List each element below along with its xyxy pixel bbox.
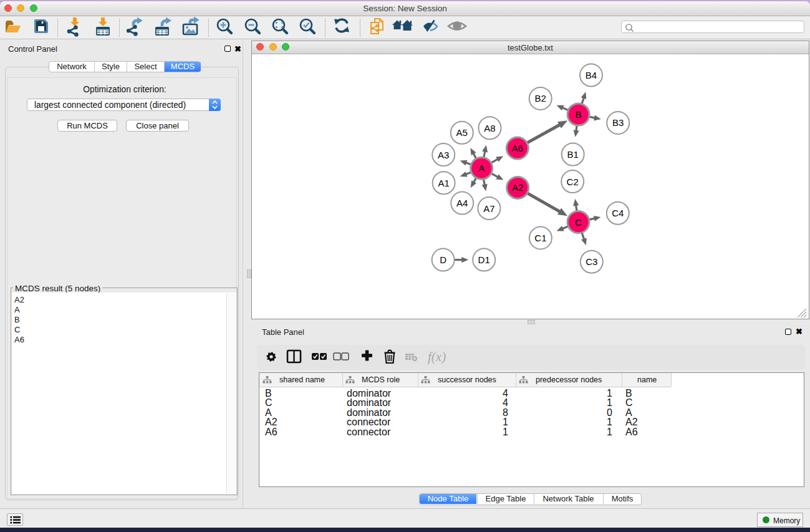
svg-text:C2: C2 [567, 177, 579, 187]
svg-text:C3: C3 [586, 256, 597, 267]
svg-text:B: B [576, 109, 582, 120]
svg-text:B3: B3 [612, 117, 624, 128]
svg-text:C4: C4 [612, 208, 624, 218]
svg-text:C: C [575, 217, 582, 228]
svg-text:A6: A6 [512, 143, 523, 153]
svg-text:A1: A1 [438, 178, 449, 188]
svg-text:A5: A5 [456, 127, 468, 138]
svg-text:A7: A7 [483, 203, 494, 214]
svg-text:A: A [478, 163, 485, 173]
svg-text:A4: A4 [456, 198, 468, 208]
svg-text:A8: A8 [484, 123, 495, 133]
svg-text:C1: C1 [534, 233, 546, 243]
svg-text:D1: D1 [478, 254, 490, 265]
svg-text:D: D [440, 254, 446, 265]
svg-text:A3: A3 [438, 150, 449, 160]
svg-text:A2: A2 [512, 182, 523, 193]
svg-text:B1: B1 [567, 149, 579, 160]
svg-text:B4: B4 [586, 70, 597, 80]
svg-text:B2: B2 [535, 93, 546, 104]
